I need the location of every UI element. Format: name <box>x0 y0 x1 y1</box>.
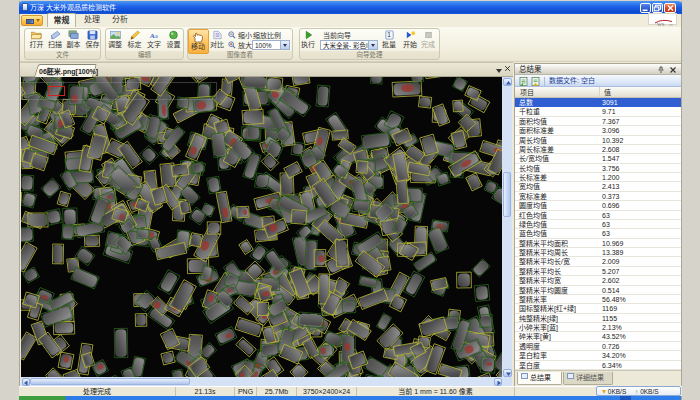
svg-text:1: 1 <box>387 31 391 38</box>
svg-text:WS: WS <box>657 22 665 27</box>
svg-text:cn: cn <box>669 23 673 27</box>
svg-text:a: a <box>154 33 157 39</box>
